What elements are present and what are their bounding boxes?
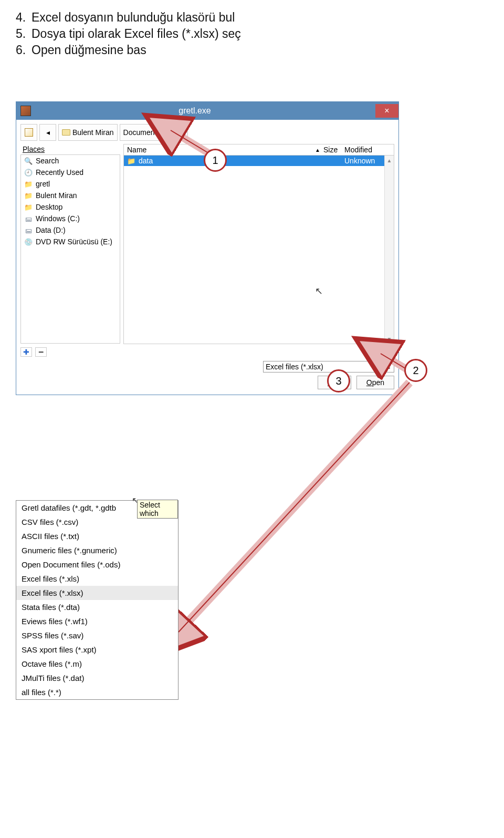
back-button[interactable]: ◂ bbox=[39, 124, 56, 141]
instruction-4: 4. Excel dosyanın bulunduğu klasörü bul bbox=[16, 11, 488, 25]
dialog-body: Places 🔍Search 🕘Recently Used 📁gretl 📁Bu… bbox=[16, 144, 398, 344]
filetype-option-selected[interactable]: Excel files (*.xlsx) bbox=[16, 586, 178, 600]
col-size-header[interactable]: Size bbox=[323, 146, 344, 154]
places-header: Places bbox=[20, 144, 120, 154]
instruction-list: 4. Excel dosyanın bulunduğu klasörü bul … bbox=[0, 0, 504, 80]
file-list[interactable]: 📁 data Unknown ▲ ▼ bbox=[123, 155, 394, 344]
add-place-button[interactable]: ✚ bbox=[20, 347, 32, 357]
folder-icon: 📁 bbox=[24, 180, 33, 188]
tooltip: Select which bbox=[137, 500, 178, 519]
pencil-icon bbox=[25, 128, 33, 137]
file-dialog-wrap: gretl.exe × ◂ Bulent Miran Documents gre… bbox=[16, 101, 488, 395]
crumb-label: gretl bbox=[170, 128, 184, 137]
instruction-num: 6. bbox=[16, 43, 32, 57]
remove-place-button[interactable]: ━ bbox=[35, 347, 47, 357]
callout-3: 3 bbox=[327, 369, 350, 392]
cursor-icon: ↖ bbox=[315, 285, 323, 297]
filetype-option[interactable]: JMulTi files (*.dat) bbox=[16, 671, 178, 685]
places-list[interactable]: 🔍Search 🕘Recently Used 📁gretl 📁Bulent Mi… bbox=[20, 154, 120, 344]
drive-icon: 🖴 bbox=[24, 214, 33, 223]
file-open-dialog: gretl.exe × ◂ Bulent Miran Documents gre… bbox=[16, 101, 399, 395]
filetype-dropdown-list[interactable]: ↖ Select which Gretl datafiles (*.gdt, *… bbox=[16, 500, 178, 700]
crumb-label: Documents bbox=[123, 128, 161, 137]
place-data-d[interactable]: 🖴Data (D:) bbox=[21, 224, 120, 236]
titlebar[interactable]: gretl.exe × bbox=[16, 102, 398, 120]
filetype-option[interactable]: all files (*.*) bbox=[16, 685, 178, 699]
file-list-header[interactable]: Name ▲ Size Modified bbox=[123, 144, 394, 155]
app-icon bbox=[20, 106, 31, 116]
dvd-icon: 💿 bbox=[24, 237, 33, 246]
edit-path-button[interactable] bbox=[20, 124, 37, 141]
file-pane: Name ▲ Size Modified 📁 data Unknown bbox=[123, 144, 394, 344]
folder-icon: 📁 bbox=[127, 157, 135, 165]
place-gretl[interactable]: 📁gretl bbox=[21, 178, 120, 190]
instruction-6: 6. Open düğmesine bas bbox=[16, 43, 488, 57]
place-search[interactable]: 🔍Search bbox=[21, 155, 120, 167]
svg-line-4 bbox=[178, 382, 410, 632]
filetype-option[interactable]: Open Document files (*.ods) bbox=[16, 557, 178, 572]
scroll-down-icon[interactable]: ▼ bbox=[385, 334, 394, 344]
filetype-option[interactable]: ASCII files (*.txt) bbox=[16, 529, 178, 543]
filetype-dropdown-button[interactable]: ⌄ bbox=[384, 361, 394, 373]
instruction-text: Open düğmesine bas bbox=[32, 43, 146, 57]
drive-icon: 🖴 bbox=[24, 226, 33, 234]
place-bulent-miran[interactable]: 📁Bulent Miran bbox=[21, 190, 120, 201]
instruction-text: Excel dosyanın bulunduğu klasörü bul bbox=[32, 11, 235, 25]
place-windows-c[interactable]: 🖴Windows (C:) bbox=[21, 213, 120, 224]
sort-indicator-icon: ▲ bbox=[315, 147, 320, 153]
vertical-scrollbar[interactable]: ▲ ▼ bbox=[384, 156, 394, 344]
folder-icon: 📁 bbox=[24, 203, 33, 211]
breadcrumb-toolbar: ◂ Bulent Miran Documents gretl bbox=[16, 120, 398, 144]
col-modified-header[interactable]: Modified bbox=[344, 146, 381, 154]
instruction-num: 4. bbox=[16, 11, 32, 25]
recent-icon: 🕘 bbox=[24, 168, 33, 177]
filetype-select[interactable]: Excel files (*.xlsx) bbox=[263, 361, 384, 373]
search-icon: 🔍 bbox=[24, 157, 33, 165]
instruction-text: Dosya tipi olarak Excel files (*.xlsx) s… bbox=[32, 27, 241, 41]
place-addremove: ✚ ━ bbox=[20, 347, 394, 357]
filetype-option[interactable]: SAS xport files (*.xpt) bbox=[16, 643, 178, 657]
place-recently-used[interactable]: 🕘Recently Used bbox=[21, 167, 120, 178]
callout-1: 1 bbox=[204, 149, 227, 172]
scroll-up-icon[interactable]: ▲ bbox=[385, 156, 394, 165]
filetype-option[interactable]: Stata files (*.dta) bbox=[16, 600, 178, 614]
open-button[interactable]: Open bbox=[356, 376, 394, 389]
filetype-option[interactable]: SPSS files (*.sav) bbox=[16, 628, 178, 643]
places-panel: Places 🔍Search 🕘Recently Used 📁gretl 📁Bu… bbox=[20, 144, 120, 344]
folder-icon bbox=[62, 129, 70, 136]
window-title: gretl.exe bbox=[35, 106, 375, 116]
crumb-bulent-miran[interactable]: Bulent Miran bbox=[58, 124, 118, 141]
filetype-option[interactable]: Gnumeric files (*.gnumeric) bbox=[16, 543, 178, 557]
folder-icon: 📁 bbox=[24, 191, 33, 200]
crumb-gretl[interactable]: gretl bbox=[166, 124, 187, 141]
crumb-label: Bulent Miran bbox=[72, 128, 114, 137]
filetype-option[interactable]: Excel files (*.xls) bbox=[16, 572, 178, 586]
filetype-option[interactable]: Octave files (*.m) bbox=[16, 657, 178, 671]
filetype-option[interactable]: Eviews files (*.wf1) bbox=[16, 614, 178, 628]
callout-2: 2 bbox=[404, 359, 427, 382]
instruction-num: 5. bbox=[16, 27, 32, 41]
svg-line-5 bbox=[178, 382, 410, 632]
place-dvd[interactable]: 💿DVD RW Sürücüsü (E:) bbox=[21, 236, 120, 247]
close-button[interactable]: × bbox=[375, 104, 398, 118]
place-desktop[interactable]: 📁Desktop bbox=[21, 201, 120, 213]
file-row-data[interactable]: 📁 data Unknown bbox=[124, 156, 384, 166]
crumb-documents[interactable]: Documents bbox=[120, 124, 164, 141]
instruction-5: 5. Dosya tipi olarak Excel files (*.xlsx… bbox=[16, 27, 488, 41]
